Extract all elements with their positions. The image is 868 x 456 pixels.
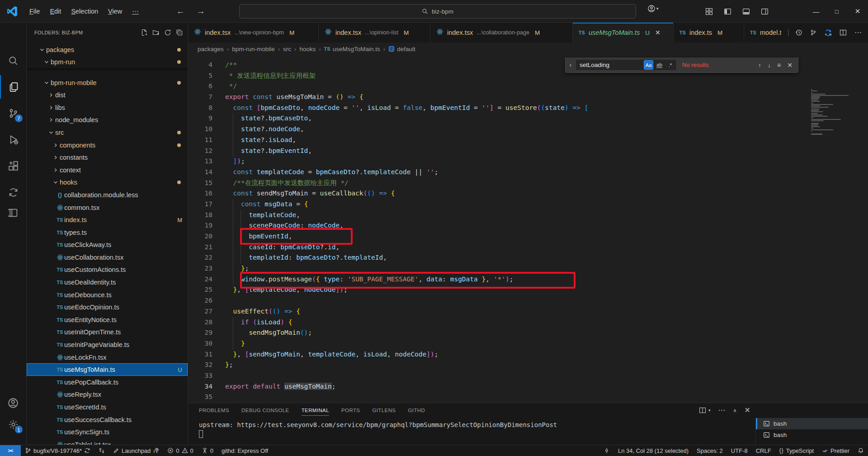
breadcrumb-useMsgToMain.ts[interactable]: TSuseMsgToMain.ts <box>324 46 380 52</box>
tree-item-useTableList.tsx[interactable]: useTableList.tsx <box>27 438 188 445</box>
activity-source-control[interactable]: 7 <box>0 101 26 125</box>
branch-icon[interactable] <box>810 29 816 36</box>
tree-item-context[interactable]: context <box>27 164 188 176</box>
tree-item-useInitOpenTime.ts[interactable]: TSuseInitOpenTime.ts <box>27 326 188 339</box>
menu-more[interactable]: ⋯ <box>127 5 144 18</box>
tree-item-common.tsx[interactable]: common.tsx <box>27 201 188 214</box>
panel-tab-debug-console[interactable]: DEBUG CONSOLE <box>241 403 289 418</box>
statusbar-notifications[interactable] <box>854 445 868 456</box>
customize-layout-icon[interactable] <box>705 8 713 15</box>
breadcrumb-bpm-run-mobile[interactable]: bpm-run-mobile <box>232 46 275 52</box>
panel-tab-gitlens[interactable]: GITLENS <box>372 403 396 418</box>
whole-word-button[interactable]: ab <box>655 60 664 70</box>
tab-index.tsx[interactable]: index.tsx ...\opinion-list M <box>319 23 430 43</box>
command-center-search[interactable]: biz-bpm <box>239 4 636 19</box>
match-case-button[interactable]: Aa <box>644 60 653 70</box>
tab-index.tsx[interactable]: index.tsx ...\collaboration-page M <box>430 23 573 43</box>
collapse-all-icon[interactable] <box>176 29 183 36</box>
breadcrumb-packages[interactable]: packages <box>198 46 224 52</box>
tree-item-hooks[interactable]: hooks <box>27 176 188 189</box>
tab-index.ts[interactable]: TS index.ts M <box>674 23 744 43</box>
previous-match-icon[interactable]: ↑ <box>758 62 761 68</box>
tab-useMsgToMain.ts[interactable]: TS useMsgToMain.ts U ✕ <box>573 23 674 43</box>
diffsync-icon[interactable] <box>824 29 832 37</box>
find-input[interactable]: setLoading Aa ab .* <box>576 59 677 71</box>
regex-button[interactable]: .* <box>665 60 675 70</box>
breadcrumb-src[interactable]: src <box>283 46 291 52</box>
tree-item-useInitPageVariable.ts[interactable]: TSuseInitPageVariable.ts <box>27 338 188 351</box>
activity-search[interactable] <box>0 49 26 72</box>
toggle-secondary-sidebar-icon[interactable] <box>761 8 769 15</box>
nav-back-icon[interactable]: ← <box>176 7 185 15</box>
breadcrumb[interactable]: packages›bpm-run-mobile›src›hooks›TSuseM… <box>188 43 868 55</box>
history-icon[interactable] <box>795 29 802 36</box>
tree-item-collaboration.module.less[interactable]: {}collaboration.module.less <box>27 189 188 201</box>
breadcrumb-hooks[interactable]: hooks <box>299 46 316 52</box>
statusbar-ports[interactable]: 0 <box>198 445 217 456</box>
remote-indicator[interactable]: >< <box>0 445 21 456</box>
panel-tab-problems[interactable]: PROBLEMS <box>199 403 229 418</box>
tree-item-useEdocOpinion.ts[interactable]: TSuseEdocOpinion.ts <box>27 301 188 314</box>
close-button[interactable]: ✕ <box>847 0 868 23</box>
tree-item-components[interactable]: components <box>27 139 188 152</box>
minimap[interactable] <box>811 89 862 137</box>
statusbar-commit[interactable] <box>599 445 614 456</box>
activity-explorer[interactable] <box>0 75 26 99</box>
more-icon[interactable]: ⋯ <box>854 29 862 36</box>
find-toggle-replace-icon[interactable]: › <box>566 62 576 68</box>
terminal-dropdown-icon[interactable]: ▾ <box>708 408 711 413</box>
terminal-instance[interactable]: bash <box>756 418 868 429</box>
statusbar-indentation[interactable]: Spaces: 2 <box>693 445 727 456</box>
statusbar-eol[interactable]: CRLF <box>752 445 775 456</box>
tree-item-index.ts[interactable]: TSindex.tsM <box>27 214 188 226</box>
menu-edit[interactable]: Edit <box>45 5 66 18</box>
new-folder-icon[interactable] <box>152 29 160 36</box>
menu-file[interactable]: File <box>24 5 45 18</box>
statusbar-encoding[interactable]: UTF-8 <box>727 445 752 456</box>
panel-tab-githd[interactable]: GITHD <box>408 403 425 418</box>
toggle-sidebar-icon[interactable] <box>724 8 731 15</box>
tree-item-src[interactable]: src <box>27 126 188 139</box>
tree-item-useSyncSign.ts[interactable]: TSuseSyncSign.ts <box>27 426 188 438</box>
refresh-icon[interactable] <box>164 29 171 36</box>
tree-item-packages[interactable]: packages <box>27 43 188 56</box>
tree-item-useDebounce.ts[interactable]: TSuseDebounce.ts <box>27 289 188 301</box>
tree-item-useSecretId.ts[interactable]: TSuseSecretId.ts <box>27 401 188 413</box>
panel-tab-ports[interactable]: PORTS <box>341 403 360 418</box>
activity-settings[interactable]: 1 <box>0 413 26 436</box>
tree-item-libs[interactable]: libs <box>27 101 188 114</box>
statusbar-cursor-position[interactable]: Ln 34, Col 28 (12 selected) <box>614 445 693 456</box>
statusbar-problems[interactable]: 0 0 <box>163 445 197 456</box>
tree-item-bpm-run[interactable]: bpm-run <box>27 56 188 69</box>
tree-item-useCustomActions.ts[interactable]: TSuseCustomActions.ts <box>27 264 188 276</box>
tree-item-useMsgToMain.ts[interactable]: TSuseMsgToMain.tsU <box>27 363 188 376</box>
minimize-button[interactable]: — <box>806 0 826 23</box>
tab-index.tsx[interactable]: index.tsx ...\new-opinion-bpm M <box>188 23 319 43</box>
settings-sync-button[interactable]: ▾ <box>647 5 659 13</box>
tree-item-types.ts[interactable]: TStypes.ts <box>27 226 188 239</box>
statusbar-git-branch[interactable]: bugfix/V8-197746* <box>21 445 94 456</box>
tree-item-useCollaboration.tsx[interactable]: useCollaboration.tsx <box>27 251 188 264</box>
statusbar-formatter[interactable]: Prettier <box>818 445 854 456</box>
new-file-icon[interactable] <box>141 29 148 36</box>
tree-item-bpm-run-mobile[interactable]: bpm-run-mobile <box>27 76 188 89</box>
menu-selection[interactable]: Selection <box>66 5 103 18</box>
tree-item-usePopCallback.ts[interactable]: TSusePopCallback.ts <box>27 376 188 389</box>
next-match-icon[interactable]: ↓ <box>768 62 771 68</box>
tree-item-constants[interactable]: constants <box>27 151 188 164</box>
split-terminal-icon[interactable] <box>699 407 706 414</box>
breadcrumb-default[interactable]: default <box>388 46 415 52</box>
panel-more-actions-icon[interactable]: ⋯ <box>718 407 726 414</box>
statusbar-githd[interactable]: githd: Express Off <box>217 445 272 456</box>
activity-extensions[interactable] <box>0 154 26 177</box>
tree-item-useClickAway.ts[interactable]: TSuseClickAway.ts <box>27 239 188 252</box>
tree-item-useEntityNotice.ts[interactable]: TSuseEntityNotice.ts <box>27 314 188 326</box>
nav-forward-icon[interactable]: → <box>197 7 205 15</box>
tree-item-useSuccessCallback.ts[interactable]: TSuseSuccessCallback.ts <box>27 413 188 426</box>
statusbar-language-mode[interactable]: {}TypeScript <box>775 445 818 456</box>
tree-item-dist[interactable]: dist <box>27 89 188 101</box>
code-editor[interactable]: 4567891011121314151617181920212223242526… <box>188 55 868 403</box>
tree-item-useReply.tsx[interactable]: useReply.tsx <box>27 389 188 401</box>
panel-tab-terminal[interactable]: TERMINAL <box>302 403 329 418</box>
tree-item-useLockFn.tsx[interactable]: useLockFn.tsx <box>27 351 188 364</box>
